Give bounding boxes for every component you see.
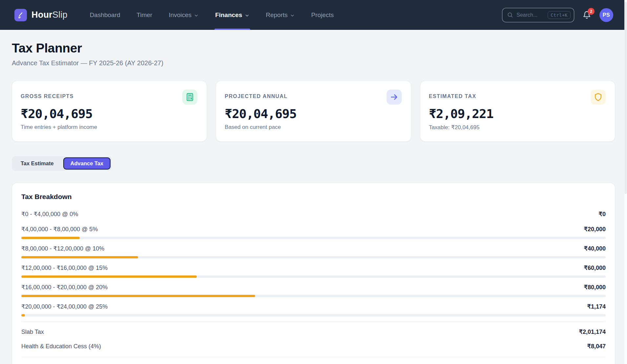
brand-name-bold: Hour xyxy=(31,10,52,20)
slab-progress-fill xyxy=(21,275,197,278)
stat-card-label: GROSS RECEIPTS xyxy=(21,93,74,99)
total-row-value: ₹2,01,174 xyxy=(579,328,606,335)
slab-progress-track xyxy=(21,314,606,316)
nav-item[interactable]: Reports xyxy=(265,0,296,30)
slab-progress-fill xyxy=(21,295,255,297)
stat-card: GROSS RECEIPTS ₹20,04,695 Time entries +… xyxy=(12,81,207,142)
stat-card: PROJECTED ANNUAL ₹20,04,695 Based on cur… xyxy=(216,81,411,142)
slab-progress-track xyxy=(21,237,606,239)
search-input[interactable]: Search... Ctrl+K xyxy=(502,8,574,22)
total-row-label: Health & Education Cess (4%) xyxy=(21,343,101,350)
slab-tax-value: ₹60,000 xyxy=(584,264,606,272)
navbar-right: Search... Ctrl+K 2 PS xyxy=(502,8,613,22)
slab-range-label: ₹12,00,000 - ₹16,00,000 @ 15% xyxy=(21,264,108,272)
slab-tax-value: ₹80,000 xyxy=(584,284,606,291)
slab-progress-track xyxy=(21,295,606,297)
slab-progress-fill xyxy=(21,314,25,316)
page-title: Tax Planner xyxy=(12,41,615,55)
notifications-button[interactable]: 2 xyxy=(583,11,591,19)
stat-cards: GROSS RECEIPTS ₹20,04,695 Time entries +… xyxy=(12,81,615,142)
totals-section: Slab Tax ₹2,01,174 Health & Education Ce… xyxy=(21,322,606,354)
nav-item-label: Timer xyxy=(137,11,152,19)
shield-icon xyxy=(591,90,606,105)
user-avatar[interactable]: PS xyxy=(599,8,613,22)
slab-tax-value: ₹20,000 xyxy=(584,226,606,233)
slab-row: ₹4,00,000 - ₹8,00,000 @ 5% ₹20,000 xyxy=(21,224,606,239)
main-content: Tax Planner Advance Tax Estimator — FY 2… xyxy=(0,30,627,364)
nav-item-label: Reports xyxy=(266,11,288,19)
slab-progress-track xyxy=(21,256,606,258)
brand-name: HourSlip xyxy=(31,10,68,20)
slab-range-label: ₹4,00,000 - ₹8,00,000 @ 5% xyxy=(21,226,98,233)
tab-group: Tax EstimateAdvance Tax xyxy=(12,156,112,171)
scrollbar-thumb[interactable] xyxy=(625,2,627,194)
nav-item-label: Invoices xyxy=(169,11,192,19)
stat-card-subtext: Taxable: ₹20,04,695 xyxy=(429,124,606,131)
slab-row: ₹20,00,000 - ₹24,00,000 @ 25% ₹1,174 xyxy=(21,301,606,316)
slab-row: ₹0 - ₹4,00,000 @ 0% ₹0 xyxy=(21,209,606,220)
chevron-down-icon xyxy=(245,13,250,18)
slab-tax-value: ₹1,174 xyxy=(587,303,606,310)
total-row: Health & Education Cess (4%) ₹8,047 xyxy=(21,339,606,354)
slab-range-label: ₹20,00,000 - ₹24,00,000 @ 25% xyxy=(21,303,108,310)
nav-item[interactable]: Invoices xyxy=(168,0,199,30)
slab-progress-fill xyxy=(21,237,80,239)
stat-card: ESTIMATED TAX ₹2,09,221 Taxable: ₹20,04,… xyxy=(420,81,615,142)
slab-range-label: ₹16,00,000 - ₹20,00,000 @ 20% xyxy=(21,284,108,291)
slab-row: ₹16,00,000 - ₹20,00,000 @ 20% ₹80,000 xyxy=(21,282,606,297)
nav-item[interactable]: Projects xyxy=(311,0,334,30)
notification-count-badge: 2 xyxy=(588,8,595,15)
tax-breakdown-panel: Tax Breakdown ₹0 - ₹4,00,000 @ 0% ₹0 ₹4,… xyxy=(12,183,615,364)
slab-rows: ₹0 - ₹4,00,000 @ 0% ₹0 ₹4,00,000 - ₹8,00… xyxy=(21,209,606,316)
stat-card-label: ESTIMATED TAX xyxy=(429,93,476,99)
total-row: Slab Tax ₹2,01,174 xyxy=(21,325,606,339)
stat-card-label: PROJECTED ANNUAL xyxy=(225,93,288,99)
tab[interactable]: Advance Tax xyxy=(63,157,111,170)
chevron-down-icon xyxy=(290,13,295,18)
chevron-down-icon xyxy=(194,13,199,18)
brand-name-light: Slip xyxy=(52,10,68,20)
tab[interactable]: Tax Estimate xyxy=(13,157,61,170)
slab-progress-fill xyxy=(21,256,138,258)
hourslip-logo-icon xyxy=(14,9,27,21)
search-placeholder: Search... xyxy=(516,12,544,18)
tax-breakdown-title: Tax Breakdown xyxy=(21,193,606,201)
slab-tax-value: ₹40,000 xyxy=(584,245,606,252)
nav-item[interactable]: Finances xyxy=(214,0,250,30)
nav-item-label: Finances xyxy=(215,11,242,19)
stat-card-value: ₹2,09,221 xyxy=(429,107,606,121)
page-scrollbar[interactable] xyxy=(624,0,627,364)
total-row-value: ₹8,047 xyxy=(587,343,606,350)
top-navbar: HourSlip Dashboard Timer Invoices Financ… xyxy=(0,0,627,30)
brand[interactable]: HourSlip xyxy=(14,9,68,21)
search-icon xyxy=(507,12,513,18)
arrow-right-icon xyxy=(387,90,402,105)
slab-progress-track xyxy=(21,275,606,278)
nav-item-label: Dashboard xyxy=(90,11,120,19)
stat-card-subtext: Time entries + platform income xyxy=(21,124,197,131)
slab-range-label: ₹8,00,000 - ₹12,00,000 @ 10% xyxy=(21,245,104,252)
stat-card-value: ₹20,04,695 xyxy=(225,107,401,121)
nav-item[interactable]: Dashboard xyxy=(89,0,121,30)
stat-card-subtext: Based on current pace xyxy=(225,124,401,131)
page-subtitle: Advance Tax Estimator — FY 2025-26 (AY 2… xyxy=(12,59,615,67)
nav-item[interactable]: Timer xyxy=(136,0,153,30)
slab-tax-value: ₹0 xyxy=(599,211,606,218)
nav-item-label: Projects xyxy=(311,11,334,19)
slab-row: ₹8,00,000 - ₹12,00,000 @ 10% ₹40,000 xyxy=(21,243,606,258)
search-shortcut-kbd: Ctrl+K xyxy=(548,11,571,19)
total-row-label: Slab Tax xyxy=(21,329,44,335)
grand-total-row: Total Estimated Tax ₹2,09,221 xyxy=(21,357,606,364)
slab-range-label: ₹0 - ₹4,00,000 @ 0% xyxy=(21,211,78,218)
stat-card-value: ₹20,04,695 xyxy=(21,107,197,121)
calculator-icon xyxy=(182,90,197,105)
slab-row: ₹12,00,000 - ₹16,00,000 @ 15% ₹60,000 xyxy=(21,262,606,278)
main-nav: Dashboard Timer Invoices Finances Report… xyxy=(89,0,350,30)
